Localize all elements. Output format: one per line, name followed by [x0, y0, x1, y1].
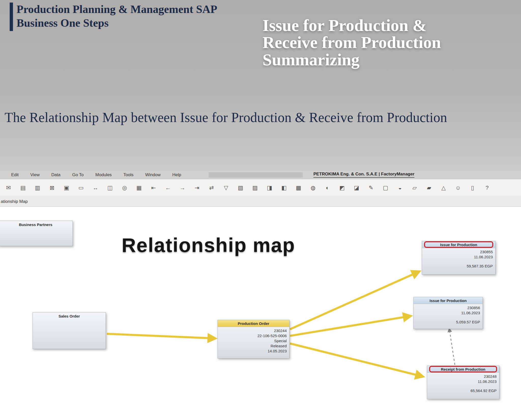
node-production-order[interactable]: Production Order 230244 22-106-525-0006 … — [218, 320, 290, 358]
form-settings-icon[interactable]: ▦ — [135, 184, 143, 192]
menu-window[interactable]: Window — [145, 172, 161, 177]
node-title: Business Partners — [0, 221, 73, 227]
arrow-production-to-issue-mid — [290, 316, 411, 336]
doc-amount: 5,059.57 EGP — [414, 320, 480, 325]
messages-icon[interactable]: ▱ — [411, 184, 418, 192]
toolbar: ✉ ▤ ▥ ⊠ ▣ ▭ ↔ ◫ ◎ ▦ ⇤ ← → ⇥ ⇄ ▽ ▧ ▨ ◨ ◧ … — [0, 179, 521, 196]
map-title: Relationship map — [122, 234, 295, 257]
calendar-icon[interactable]: ▰ — [425, 184, 433, 192]
kicker-text: Production Planning & Management SAP Bus… — [17, 3, 217, 31]
doc-number: 230855 — [422, 249, 493, 254]
print-icon[interactable]: ▤ — [19, 184, 27, 192]
node-issue-for-production-mid[interactable]: Issue for Production 230856 11.06.2023 5… — [413, 297, 483, 329]
edit-icon[interactable]: ✎ — [367, 184, 375, 192]
order-date: 14.05.2023 — [218, 349, 287, 354]
node-sales-order[interactable]: Sales Order — [33, 312, 106, 349]
doc-amount: 65,564.92 EGP — [427, 388, 497, 393]
item-code: 22-106-525-0006 — [218, 333, 287, 338]
order-type: Special — [218, 338, 287, 343]
dashed-link-receipt-to-issue — [449, 329, 455, 365]
last-record-icon[interactable]: ⇥ — [193, 184, 201, 192]
user-icon[interactable]: ☺ — [454, 184, 462, 192]
export-word-icon[interactable]: ▣ — [63, 184, 70, 192]
find-icon[interactable]: ◎ — [121, 184, 128, 192]
node-header: Issue for Production — [422, 241, 495, 248]
first-record-icon[interactable]: ⇤ — [150, 184, 157, 192]
node-issue-for-production-top[interactable]: Issue for Production 230855 11.06.2023 5… — [422, 241, 496, 275]
node-header: Issue for Production — [414, 297, 483, 304]
tab-bar: ationship Map — [0, 197, 521, 207]
export-excel-icon[interactable]: ⊠ — [48, 184, 56, 192]
find-mode-icon[interactable]: ◧ — [280, 184, 288, 192]
slide-kicker: Production Planning & Management SAP Bus… — [10, 3, 217, 31]
filter-icon[interactable]: ▽ — [222, 184, 230, 192]
arrow-production-to-issue-top — [290, 272, 419, 329]
accent-bar — [10, 3, 13, 31]
order-status: Released — [218, 343, 287, 349]
export-pdf-icon[interactable]: ▭ — [77, 184, 85, 192]
menu-tools[interactable]: Tools — [123, 172, 134, 177]
menu-view[interactable]: View — [30, 172, 40, 177]
slide-title-line-1: Issue for Production & — [263, 17, 502, 34]
node-business-partners[interactable]: Business Partners — [0, 221, 73, 246]
organization-chart-icon[interactable]: △ — [440, 184, 447, 192]
screenshot-root: Production Planning & Management SAP Bus… — [0, 0, 521, 420]
menu-data[interactable]: Data — [51, 172, 61, 177]
doc-date: 11.06.2023 — [422, 254, 493, 260]
slide-header-section: Production Planning & Management SAP Bus… — [0, 0, 521, 171]
node-receipt-from-production[interactable]: Receipt from Production 230248 11.06.202… — [427, 366, 499, 399]
slide-title: Issue for Production & Receive from Prod… — [263, 17, 502, 68]
doc-number: 230244 — [218, 328, 287, 333]
slide-title-line-3: Summarizing — [263, 51, 502, 68]
doc-number: 230248 — [427, 374, 497, 379]
menu-modules[interactable]: Modules — [95, 172, 112, 177]
company-user-label: PETROKIMA Eng. & Con. S.A.E | FactoryMan… — [313, 172, 414, 178]
node-details: 230855 11.06.2023 59,587.35 EGP — [422, 248, 495, 269]
doc-amount: 59,587.35 EGP — [422, 264, 493, 269]
help-icon[interactable]: ? — [483, 184, 491, 192]
red-highlight-ring — [429, 366, 497, 372]
arrow-sales-to-production — [107, 334, 215, 338]
sap-window: Edit View Data Go To Modules Tools Windo… — [0, 171, 521, 420]
journal-entry-icon[interactable]: ▩ — [295, 184, 302, 192]
redaction-box — [209, 172, 303, 178]
arrow-production-to-receipt — [290, 343, 423, 377]
print-preview-icon[interactable]: ▥ — [34, 184, 41, 192]
node-header: Production Order — [218, 320, 289, 327]
doc-number: 230856 — [414, 305, 480, 310]
payment-means-icon[interactable]: ◍ — [309, 184, 317, 192]
doc-date: 11.06.2023 — [414, 310, 480, 316]
menu-help[interactable]: Help — [172, 172, 181, 177]
document-draft-icon[interactable]: ▨ — [251, 184, 259, 192]
refresh-icon[interactable]: ⇄ — [208, 184, 215, 192]
previous-record-icon[interactable]: ← — [164, 184, 172, 192]
node-details: 230856 11.06.2023 5,059.57 EGP — [414, 304, 483, 325]
base-document-icon[interactable]: ◩ — [338, 184, 346, 192]
kicker-line-2: Business One Steps — [17, 16, 217, 30]
relationship-map-canvas: Relationship map Business Partners Sales… — [0, 207, 521, 420]
node-header: Receipt from Production — [427, 366, 499, 373]
red-highlight-ring — [424, 241, 493, 248]
mail-icon[interactable]: ✉ — [5, 184, 12, 192]
kicker-line-1: Production Planning & Management SAP — [17, 3, 217, 16]
document-settings-icon[interactable]: ▢ — [382, 184, 389, 192]
tab-relationship-map[interactable]: ationship Map — [0, 197, 32, 206]
node-title: Production Order — [238, 321, 269, 326]
node-details: 230244 22-106-525-0006 Special Released … — [218, 327, 289, 354]
node-title: Issue for Production — [430, 298, 467, 303]
move-icon[interactable]: ↔ — [92, 184, 99, 192]
add-mode-icon[interactable]: ◨ — [266, 184, 273, 192]
gross-profit-icon[interactable]: ◐ — [324, 184, 331, 192]
alerts-icon[interactable]: ◒ — [396, 184, 404, 192]
node-details: 230248 11.06.2023 65,564.92 EGP — [427, 373, 499, 393]
picture-icon[interactable]: ▧ — [237, 184, 244, 192]
menu-bar: Edit View Data Go To Modules Tools Windo… — [0, 171, 521, 179]
layout-designer-icon[interactable]: ◫ — [106, 184, 114, 192]
slide-subtitle: The Relationship Map between Issue for P… — [5, 108, 460, 127]
menu-goto[interactable]: Go To — [72, 172, 84, 177]
slide-title-line-2: Receive from Production — [263, 34, 502, 51]
target-document-icon[interactable]: ◪ — [353, 184, 360, 192]
menu-edit[interactable]: Edit — [11, 172, 19, 177]
next-record-icon[interactable]: → — [179, 184, 186, 192]
query-manager-icon[interactable]: ▯ — [469, 184, 476, 192]
